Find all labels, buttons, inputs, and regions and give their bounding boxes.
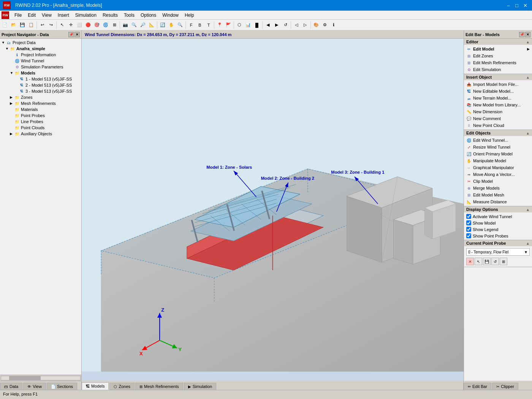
edit-model-item[interactable]: ✏ Edit Model ▶	[464, 46, 532, 52]
editor-section-header[interactable]: Editor ▲	[464, 39, 532, 45]
viewport-canvas[interactable]: Model 1: Zone - Solars Model 2: Zone - B…	[82, 39, 464, 381]
edit-mesh-item[interactable]: ⊞ Edit Mesh Refinements	[464, 59, 532, 66]
tb-wind[interactable]: 🌀	[101, 21, 110, 29]
probe-btn-x[interactable]: ✕	[466, 258, 474, 265]
menu-options[interactable]: Options	[138, 12, 159, 19]
edit-objects-header[interactable]: Edit Objects ▲	[464, 130, 532, 136]
new-model-library-item[interactable]: 📚 New Model from Library...	[464, 101, 532, 108]
probe-btn-grid[interactable]: ⊞	[500, 258, 507, 265]
tb-edge[interactable]: ⬡	[235, 21, 244, 29]
new-terrain-item[interactable]: 🗻 New Terrain Model...	[464, 95, 532, 101]
menu-help[interactable]: Help	[182, 12, 197, 19]
tb-clip1[interactable]: ◁	[292, 21, 301, 29]
merge-models-item[interactable]: ⊕ Merge Models	[464, 185, 532, 192]
tb-pan[interactable]: ✋	[167, 21, 176, 29]
tb-back[interactable]: B	[196, 21, 204, 29]
tb-save[interactable]: 💾	[18, 21, 27, 29]
tb-clip2[interactable]: ▷	[301, 21, 309, 29]
left-scrollbar[interactable]	[0, 375, 81, 381]
tree-materials[interactable]: 📁 Materials	[1, 106, 81, 112]
tb-select[interactable]: ↖	[58, 21, 66, 29]
activate-wind-tunnel-cb[interactable]	[466, 214, 471, 219]
tb-wire[interactable]: 📊	[244, 21, 252, 29]
show-model-item[interactable]: Show Model	[464, 220, 532, 226]
tree-wind-tunnel[interactable]: 🌀 Wind Tunnel	[1, 58, 81, 64]
tree-line-probes[interactable]: 📁 Line Probes	[1, 119, 81, 125]
tb-view3[interactable]: 🔎	[139, 21, 147, 29]
tb-new[interactable]: 📄	[1, 21, 9, 29]
tree-model2[interactable]: 🏗 2 - Model 513 (v5)JiF-SS	[1, 82, 81, 88]
menu-window[interactable]: Window	[159, 12, 182, 19]
tree-simulation-params[interactable]: ⚙ Simulation Parameters	[1, 64, 81, 70]
tree-anafra-simple[interactable]: ▼ 📁 Anafra_simple	[1, 46, 81, 52]
minimize-button[interactable]: –	[505, 2, 512, 9]
tree-point-probes[interactable]: 📁 Point Probes	[1, 112, 81, 119]
tb-box[interactable]: ⬜	[75, 21, 84, 29]
menu-results[interactable]: Results	[100, 12, 121, 19]
scroll-track[interactable]	[1, 376, 81, 380]
tb-mesh[interactable]: ⊞	[110, 21, 119, 29]
tree-point-clouds[interactable]: 📁 Point Clouds	[1, 125, 81, 131]
tb-render[interactable]: 🎯	[93, 21, 101, 29]
tb-rotate[interactable]: 🔄	[158, 21, 167, 29]
new-comment-item[interactable]: 💬 New Comment	[464, 115, 532, 122]
tab-edit-bar[interactable]: ✏ Edit Bar	[464, 383, 491, 390]
menu-simulation[interactable]: Simulation	[72, 12, 100, 19]
new-point-cloud-item[interactable]: ⁞⁞ New Point Cloud	[464, 122, 532, 129]
tree-models[interactable]: ▼ 📁 Models	[1, 70, 81, 76]
tb-flag[interactable]: 🚩	[224, 21, 233, 29]
show-legend-cb[interactable]	[466, 227, 471, 232]
probe-dropdown[interactable]: 0 - Temporary, Flow Fiel ▼	[466, 248, 530, 256]
tb-nav2[interactable]: ▶	[272, 21, 281, 29]
scroll-thumb[interactable]	[9, 376, 41, 380]
tb-top[interactable]: T	[204, 21, 213, 29]
tb-save2[interactable]: 📋	[27, 21, 35, 29]
resize-wind-tunnel-item[interactable]: ⤢ Resize Wind Tunnel	[464, 144, 532, 150]
clip-model-item[interactable]: ✂ Clip Model	[464, 178, 532, 185]
tb-redo[interactable]: ↪	[47, 21, 55, 29]
new-dimension-item[interactable]: 📏 New Dimension	[464, 108, 532, 115]
tab-mesh-refinements[interactable]: ⊞ Mesh Refinements	[135, 383, 183, 390]
menu-view[interactable]: View	[39, 12, 55, 19]
move-along-vector-item[interactable]: ➡ Move Along a Vector...	[464, 171, 532, 178]
show-model-cb[interactable]	[466, 220, 471, 225]
point-probe-header[interactable]: Current Point Probe ▲	[464, 240, 532, 246]
tree-project-info[interactable]: ℹ Project Information	[1, 52, 81, 58]
show-point-probes-cb[interactable]	[466, 233, 471, 238]
measure-distance-item[interactable]: 📐 Measure Distance	[464, 198, 532, 205]
tree-model3[interactable]: 🏗 3 - Model 513 (v5)JiF-SS	[1, 88, 81, 94]
right-panel-close[interactable]: ✕	[525, 32, 530, 37]
tb-front[interactable]: F	[187, 21, 195, 29]
tree-zones[interactable]: ▶ 📁 Zones	[1, 94, 81, 100]
activate-wind-tunnel-item[interactable]: Activate Wind Tunnel	[464, 213, 532, 220]
import-model-item[interactable]: 📥 Import Model from File...	[464, 81, 532, 88]
tb-undo[interactable]: ↩	[38, 21, 46, 29]
edit-simulation-item[interactable]: ⚙ Edit Simulation	[464, 66, 532, 73]
menu-insert[interactable]: Insert	[55, 12, 72, 19]
tab-data[interactable]: 🗃 Data	[0, 383, 22, 390]
tb-nav3[interactable]: ↺	[281, 21, 290, 29]
tab-sections[interactable]: 📄 Sections	[47, 383, 77, 390]
menu-tools[interactable]: Tools	[121, 12, 138, 19]
tree-model1[interactable]: 🏗 1 - Model 513 (v5)JiF-SS	[1, 76, 81, 82]
tb-fill[interactable]: 🔴	[84, 21, 92, 29]
probe-btn-refresh[interactable]: ↺	[491, 258, 499, 265]
tree-project-data[interactable]: ▼ 🗂 Project Data	[1, 40, 81, 46]
tb-settings[interactable]: ⚙	[321, 21, 329, 29]
display-options-header[interactable]: Display Options ▲	[464, 206, 532, 212]
menu-edit[interactable]: Edit	[25, 12, 39, 19]
probe-btn-cursor[interactable]: ↖	[475, 258, 482, 265]
tb-open[interactable]: 📂	[10, 21, 18, 29]
tb-color[interactable]: 🎨	[312, 21, 320, 29]
tab-clipper[interactable]: ✂ Clipper	[492, 383, 518, 390]
tb-view2[interactable]: 🔍	[130, 21, 138, 29]
tab-view[interactable]: 👁 View	[23, 383, 46, 390]
graphical-manipulator-item[interactable]: ↔ Graphical Manipulator	[464, 164, 532, 171]
edit-model-mesh-item[interactable]: ⊞ Edit Model Mesh	[464, 192, 532, 198]
tree-mesh-refinements[interactable]: ▶ 📁 Mesh Refinements	[1, 100, 81, 106]
tb-info[interactable]: ℹ	[329, 21, 338, 29]
tb-solid[interactable]: █	[253, 21, 261, 29]
close-button[interactable]: ✕	[521, 2, 529, 9]
panel-pin-btn[interactable]: 📌	[68, 32, 74, 37]
tb-view4[interactable]: 📐	[147, 21, 156, 29]
